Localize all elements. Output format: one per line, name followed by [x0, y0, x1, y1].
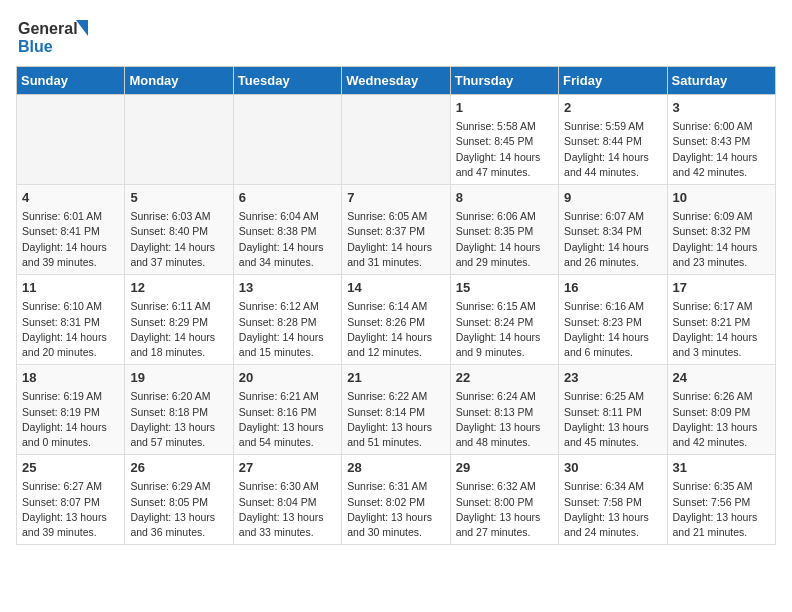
- day-header-monday: Monday: [125, 67, 233, 95]
- day-info: Sunrise: 6:05 AM Sunset: 8:37 PM Dayligh…: [347, 209, 444, 270]
- day-info: Sunrise: 6:14 AM Sunset: 8:26 PM Dayligh…: [347, 299, 444, 360]
- calendar-cell: 30Sunrise: 6:34 AM Sunset: 7:58 PM Dayli…: [559, 455, 667, 545]
- day-info: Sunrise: 6:09 AM Sunset: 8:32 PM Dayligh…: [673, 209, 770, 270]
- day-header-saturday: Saturday: [667, 67, 775, 95]
- day-number: 22: [456, 369, 553, 387]
- day-number: 8: [456, 189, 553, 207]
- day-number: 23: [564, 369, 661, 387]
- day-number: 30: [564, 459, 661, 477]
- calendar-cell: 6Sunrise: 6:04 AM Sunset: 8:38 PM Daylig…: [233, 185, 341, 275]
- day-info: Sunrise: 6:22 AM Sunset: 8:14 PM Dayligh…: [347, 389, 444, 450]
- day-number: 19: [130, 369, 227, 387]
- day-info: Sunrise: 6:25 AM Sunset: 8:11 PM Dayligh…: [564, 389, 661, 450]
- calendar-cell: 13Sunrise: 6:12 AM Sunset: 8:28 PM Dayli…: [233, 275, 341, 365]
- day-number: 18: [22, 369, 119, 387]
- day-number: 12: [130, 279, 227, 297]
- calendar-cell: 4Sunrise: 6:01 AM Sunset: 8:41 PM Daylig…: [17, 185, 125, 275]
- day-number: 17: [673, 279, 770, 297]
- day-number: 25: [22, 459, 119, 477]
- day-info: Sunrise: 6:10 AM Sunset: 8:31 PM Dayligh…: [22, 299, 119, 360]
- calendar-cell: 14Sunrise: 6:14 AM Sunset: 8:26 PM Dayli…: [342, 275, 450, 365]
- day-number: 24: [673, 369, 770, 387]
- svg-marker-2: [76, 20, 88, 36]
- day-number: 16: [564, 279, 661, 297]
- day-info: Sunrise: 6:29 AM Sunset: 8:05 PM Dayligh…: [130, 479, 227, 540]
- day-info: Sunrise: 6:11 AM Sunset: 8:29 PM Dayligh…: [130, 299, 227, 360]
- day-number: 11: [22, 279, 119, 297]
- day-info: Sunrise: 6:16 AM Sunset: 8:23 PM Dayligh…: [564, 299, 661, 360]
- day-number: 31: [673, 459, 770, 477]
- day-header-friday: Friday: [559, 67, 667, 95]
- calendar-cell: 15Sunrise: 6:15 AM Sunset: 8:24 PM Dayli…: [450, 275, 558, 365]
- logo: GeneralBlue: [16, 16, 96, 56]
- calendar-cell: 16Sunrise: 6:16 AM Sunset: 8:23 PM Dayli…: [559, 275, 667, 365]
- day-number: 14: [347, 279, 444, 297]
- day-number: 5: [130, 189, 227, 207]
- calendar-cell: 29Sunrise: 6:32 AM Sunset: 8:00 PM Dayli…: [450, 455, 558, 545]
- svg-text:General: General: [18, 20, 78, 37]
- day-number: 3: [673, 99, 770, 117]
- day-number: 21: [347, 369, 444, 387]
- day-info: Sunrise: 6:24 AM Sunset: 8:13 PM Dayligh…: [456, 389, 553, 450]
- calendar-cell: 8Sunrise: 6:06 AM Sunset: 8:35 PM Daylig…: [450, 185, 558, 275]
- day-number: 1: [456, 99, 553, 117]
- calendar-cell: [125, 95, 233, 185]
- day-info: Sunrise: 6:06 AM Sunset: 8:35 PM Dayligh…: [456, 209, 553, 270]
- day-info: Sunrise: 6:01 AM Sunset: 8:41 PM Dayligh…: [22, 209, 119, 270]
- day-info: Sunrise: 6:26 AM Sunset: 8:09 PM Dayligh…: [673, 389, 770, 450]
- day-info: Sunrise: 5:58 AM Sunset: 8:45 PM Dayligh…: [456, 119, 553, 180]
- day-header-wednesday: Wednesday: [342, 67, 450, 95]
- calendar-cell: 24Sunrise: 6:26 AM Sunset: 8:09 PM Dayli…: [667, 365, 775, 455]
- calendar-cell: 11Sunrise: 6:10 AM Sunset: 8:31 PM Dayli…: [17, 275, 125, 365]
- day-number: 6: [239, 189, 336, 207]
- calendar-cell: 28Sunrise: 6:31 AM Sunset: 8:02 PM Dayli…: [342, 455, 450, 545]
- day-number: 7: [347, 189, 444, 207]
- day-info: Sunrise: 6:35 AM Sunset: 7:56 PM Dayligh…: [673, 479, 770, 540]
- calendar-cell: 21Sunrise: 6:22 AM Sunset: 8:14 PM Dayli…: [342, 365, 450, 455]
- calendar-cell: [233, 95, 341, 185]
- day-info: Sunrise: 6:34 AM Sunset: 7:58 PM Dayligh…: [564, 479, 661, 540]
- calendar-cell: 23Sunrise: 6:25 AM Sunset: 8:11 PM Dayli…: [559, 365, 667, 455]
- day-info: Sunrise: 6:27 AM Sunset: 8:07 PM Dayligh…: [22, 479, 119, 540]
- calendar-cell: 19Sunrise: 6:20 AM Sunset: 8:18 PM Dayli…: [125, 365, 233, 455]
- day-info: Sunrise: 6:00 AM Sunset: 8:43 PM Dayligh…: [673, 119, 770, 180]
- day-info: Sunrise: 6:17 AM Sunset: 8:21 PM Dayligh…: [673, 299, 770, 360]
- calendar-cell: 2Sunrise: 5:59 AM Sunset: 8:44 PM Daylig…: [559, 95, 667, 185]
- calendar-cell: 17Sunrise: 6:17 AM Sunset: 8:21 PM Dayli…: [667, 275, 775, 365]
- calendar-cell: 22Sunrise: 6:24 AM Sunset: 8:13 PM Dayli…: [450, 365, 558, 455]
- day-info: Sunrise: 6:15 AM Sunset: 8:24 PM Dayligh…: [456, 299, 553, 360]
- day-number: 2: [564, 99, 661, 117]
- calendar-cell: 3Sunrise: 6:00 AM Sunset: 8:43 PM Daylig…: [667, 95, 775, 185]
- calendar-cell: 7Sunrise: 6:05 AM Sunset: 8:37 PM Daylig…: [342, 185, 450, 275]
- day-info: Sunrise: 6:03 AM Sunset: 8:40 PM Dayligh…: [130, 209, 227, 270]
- calendar: SundayMondayTuesdayWednesdayThursdayFrid…: [16, 66, 776, 545]
- calendar-cell: 27Sunrise: 6:30 AM Sunset: 8:04 PM Dayli…: [233, 455, 341, 545]
- day-info: Sunrise: 6:19 AM Sunset: 8:19 PM Dayligh…: [22, 389, 119, 450]
- day-header-sunday: Sunday: [17, 67, 125, 95]
- day-number: 27: [239, 459, 336, 477]
- day-info: Sunrise: 6:31 AM Sunset: 8:02 PM Dayligh…: [347, 479, 444, 540]
- day-header-tuesday: Tuesday: [233, 67, 341, 95]
- calendar-cell: 1Sunrise: 5:58 AM Sunset: 8:45 PM Daylig…: [450, 95, 558, 185]
- day-info: Sunrise: 6:32 AM Sunset: 8:00 PM Dayligh…: [456, 479, 553, 540]
- calendar-cell: 20Sunrise: 6:21 AM Sunset: 8:16 PM Dayli…: [233, 365, 341, 455]
- calendar-cell: 18Sunrise: 6:19 AM Sunset: 8:19 PM Dayli…: [17, 365, 125, 455]
- day-header-thursday: Thursday: [450, 67, 558, 95]
- calendar-cell: 26Sunrise: 6:29 AM Sunset: 8:05 PM Dayli…: [125, 455, 233, 545]
- calendar-cell: 25Sunrise: 6:27 AM Sunset: 8:07 PM Dayli…: [17, 455, 125, 545]
- day-info: Sunrise: 6:20 AM Sunset: 8:18 PM Dayligh…: [130, 389, 227, 450]
- calendar-cell: [17, 95, 125, 185]
- day-number: 10: [673, 189, 770, 207]
- calendar-cell: [342, 95, 450, 185]
- day-info: Sunrise: 6:04 AM Sunset: 8:38 PM Dayligh…: [239, 209, 336, 270]
- calendar-cell: 31Sunrise: 6:35 AM Sunset: 7:56 PM Dayli…: [667, 455, 775, 545]
- calendar-cell: 12Sunrise: 6:11 AM Sunset: 8:29 PM Dayli…: [125, 275, 233, 365]
- day-number: 13: [239, 279, 336, 297]
- day-number: 9: [564, 189, 661, 207]
- day-number: 15: [456, 279, 553, 297]
- day-info: Sunrise: 6:21 AM Sunset: 8:16 PM Dayligh…: [239, 389, 336, 450]
- day-number: 29: [456, 459, 553, 477]
- logo-icon: GeneralBlue: [16, 16, 96, 56]
- day-info: Sunrise: 5:59 AM Sunset: 8:44 PM Dayligh…: [564, 119, 661, 180]
- header: GeneralBlue: [16, 16, 776, 56]
